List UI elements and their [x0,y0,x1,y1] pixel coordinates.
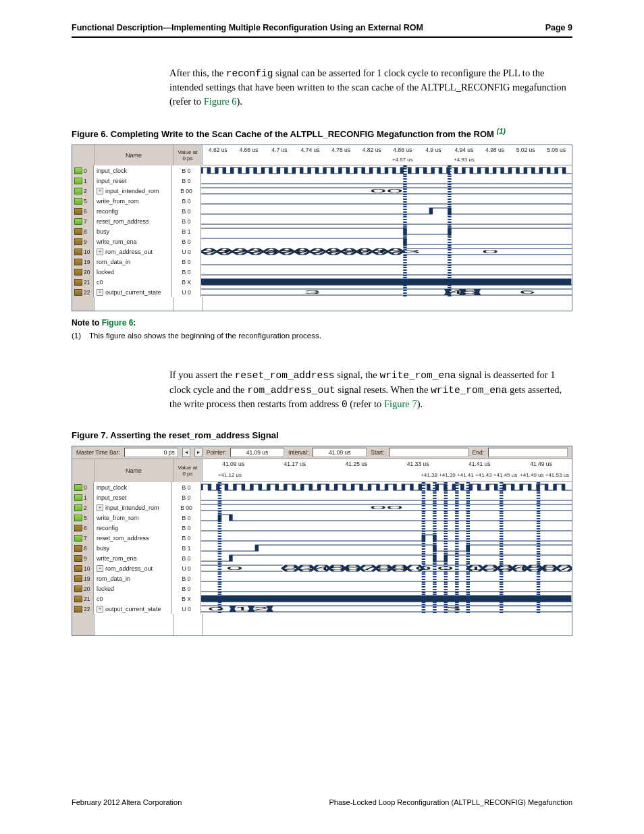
signal-row-reset_rom_address[interactable]: 7reset_rom_addressB 0 [72,533,572,543]
signal-row-input_clock[interactable]: 0input_clockB 0 [72,482,572,492]
signal-row-rom_address_out[interactable]: 10+rom_address_outU 00234567891001234567 [72,563,572,573]
svg-text:0: 0 [226,565,242,571]
signal-row-write_rom_ena[interactable]: 9write_rom_enaB 0 [72,553,572,563]
svg-text:8: 8 [375,565,392,571]
signal-name: input_clock [97,167,127,174]
output-signal-icon [74,238,82,245]
waveform-lane[interactable] [201,553,572,563]
signal-row-busy[interactable]: 8busyB 1 [72,543,572,553]
waveform-lane[interactable] [201,206,572,216]
field-end[interactable] [488,448,568,457]
waveform-lane[interactable] [201,533,572,543]
expand-icon[interactable]: + [97,606,103,613]
waveform-lane[interactable] [201,543,572,553]
svg-text:3: 3 [298,565,314,571]
signal-name: input_intended_rom [105,504,159,511]
field-master-timebar[interactable]: 0 ps [124,448,178,457]
waveform-lane[interactable]: 2212222232242252262272282292302312322330 [201,246,572,257]
waveform-lane[interactable] [201,267,572,277]
svg-text:0: 0 [482,249,498,255]
signal-name: input_reset [97,178,127,184]
waveform-lane[interactable] [201,492,572,502]
signal-row-reconfig[interactable]: 6reconfigB 0 [72,523,572,533]
waveform-lane[interactable] [201,165,572,176]
link-figure6[interactable]: Figure 6 [204,96,237,107]
waveform-lane[interactable] [201,236,572,246]
waveform-lane[interactable] [201,482,572,492]
link-figure7[interactable]: Figure 7 [384,398,417,409]
waveform-lane[interactable]: 00 [201,186,572,196]
label-start: Start: [371,449,384,456]
svg-text:2: 2 [282,565,298,571]
signal-row-input_reset[interactable]: 1input_resetB 0 [72,176,572,186]
svg-text:7: 7 [360,565,376,571]
header-left: Functional Description—Implementing Mult… [72,23,423,32]
link-figure6-note[interactable]: Figure 6 [102,318,134,328]
signal-name: rom_data_in [97,575,130,582]
signal-row-reconfig[interactable]: 6reconfigB 0 [72,206,572,216]
signal-value: B 1 [172,226,201,236]
signal-value: B 0 [172,553,201,563]
signal-row-rom_data_in[interactable]: 19rom_data_inB 0 [72,573,572,583]
waveform-lane[interactable] [201,594,572,604]
waveform-lane[interactable]: 3456 [201,287,572,297]
signal-row-input_intended_rom[interactable]: 2+input_intended_romB 0000 [72,502,572,513]
figure7-waveform-viewer: Master Time Bar: 0 ps ◂ ▸ Pointer: 41.09… [72,446,572,636]
output-signal-icon [74,545,82,552]
signal-row-rom_address_out[interactable]: 10+rom_address_outU 02212222232242252262… [72,246,572,257]
waveform-lane[interactable] [201,176,572,186]
signal-value: B X [172,594,201,604]
waveform-lane[interactable]: 0234567891001234567 [201,563,572,573]
waveform-lane[interactable] [201,573,572,583]
prev-arrow-button[interactable]: ◂ [182,448,190,457]
svg-text:0: 0 [208,606,224,612]
expand-icon[interactable]: + [97,289,103,296]
signal-row-output_current_state[interactable]: 22+output_current_stateU 03456 [72,287,572,297]
next-arrow-button[interactable]: ▸ [194,448,203,457]
signal-value: B 0 [172,176,201,186]
signal-row-input_reset[interactable]: 1input_resetB 0 [72,492,572,502]
signal-row-write_rom_ena[interactable]: 9write_rom_enaB 0 [72,236,572,246]
waveform-lane[interactable] [201,277,572,287]
signal-name: reset_rom_address [97,535,149,542]
input-signal-icon [74,494,82,501]
waveform-lane[interactable] [201,523,572,533]
svg-text:10: 10 [398,565,431,571]
signal-row-locked[interactable]: 20lockedB 0 [72,583,572,594]
expand-icon[interactable]: + [97,565,103,572]
signal-row-rom_data_in[interactable]: 19rom_data_inB 0 [72,257,572,267]
expand-icon[interactable]: + [97,249,103,255]
field-interval: 41.09 us [313,448,367,457]
signal-row-input_clock[interactable]: 0input_clockB 0 [72,165,572,176]
signal-row-locked[interactable]: 20lockedB 0 [72,267,572,277]
output-signal-icon [74,208,82,215]
signal-row-write_from_rom[interactable]: 5write_from_romB 0 [72,196,572,206]
signal-row-reset_rom_address[interactable]: 7reset_rom_addressB 0 [72,216,572,226]
figure6-caption: Figure 6. Completing Write to the Scan C… [72,127,572,139]
signal-value: B 0 [172,492,201,502]
waveform-lane[interactable] [201,583,572,594]
input-signal-icon [74,535,82,542]
svg-text:233: 233 [371,249,421,255]
field-start[interactable] [389,448,468,457]
expand-icon[interactable]: + [97,188,103,194]
waveform-lane[interactable] [201,513,572,523]
expand-icon[interactable]: + [97,504,103,511]
signal-row-busy[interactable]: 8busyB 1 [72,226,572,236]
waveform-lane[interactable] [201,216,572,226]
output-signal-icon [74,289,82,296]
time-ruler-top: 4.62 us4.66 us4.7 us4.74 us4.78 us4.82 u… [203,145,572,155]
label-end: End: [473,449,485,456]
signal-row-c0[interactable]: 21c0B X [72,277,572,287]
signal-value: B 0 [172,206,201,216]
signal-row-c0[interactable]: 21c0B X [72,594,572,604]
waveform-lane[interactable] [201,257,572,267]
waveform-lane[interactable]: 0123 [201,604,572,614]
signal-row-write_from_rom[interactable]: 5write_from_romB 0 [72,513,572,523]
waveform-lane[interactable] [201,226,572,236]
signal-row-output_current_state[interactable]: 22+output_current_stateU 00123 [72,604,572,614]
signal-name: input_clock [97,484,127,491]
waveform-lane[interactable] [201,196,572,206]
waveform-lane[interactable]: 00 [201,502,572,513]
signal-row-input_intended_rom[interactable]: 2+input_intended_romB 0000 [72,186,572,196]
